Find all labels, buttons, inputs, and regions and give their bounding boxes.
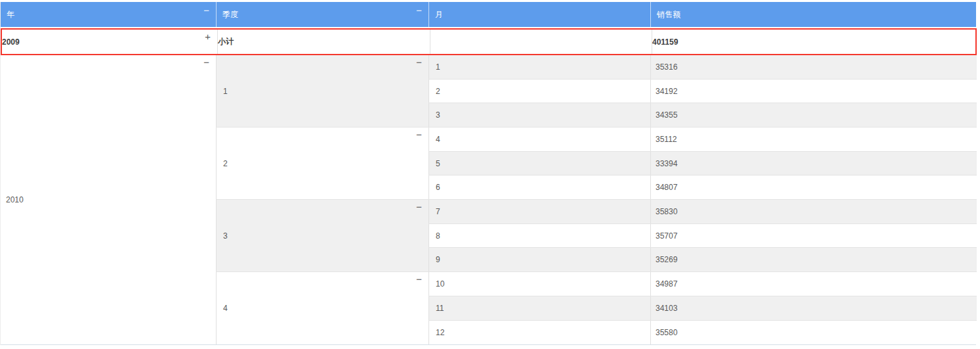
expand-icon-2009[interactable]: +: [205, 32, 211, 41]
collapse-icon-year-header[interactable]: −: [203, 6, 209, 15]
month-rows-q2: 4 35112 5 33394 6 34807: [428, 128, 977, 199]
year-2010-label: 2010: [6, 195, 24, 204]
pivot-table: 年 − 季度 − 月 销售额 2009 + 小计 401159: [0, 2, 976, 345]
quarter-3-label: 3: [223, 231, 228, 241]
month-cell: 3: [428, 103, 650, 127]
quarter-cell-3[interactable]: 3 −: [216, 200, 428, 271]
collapse-icon-2010[interactable]: −: [203, 58, 209, 67]
table-row-month-1[interactable]: 1 35316: [428, 55, 977, 80]
table-row-month-8[interactable]: 8 35707: [428, 224, 977, 248]
header-year-label: 年: [7, 9, 14, 20]
month-cell: 7: [428, 200, 650, 223]
quarter-cell-4[interactable]: 4 −: [216, 272, 428, 344]
month-cell: 5: [428, 152, 650, 175]
year-group-2010: 2010 − 1 − 1 35316 2: [1, 55, 976, 345]
month-rows-q3: 7 35830 8 35707 9 35269: [428, 200, 977, 271]
month-cell: 4: [428, 128, 650, 151]
subtotal-label-cell: 小计: [217, 30, 430, 54]
pivot-report-page: 年 − 季度 − 月 销售额 2009 + 小计 401159: [0, 0, 980, 345]
sales-cell: 35316: [650, 55, 977, 79]
quarter-group-4: 4 − 10 34987 11 34103 12: [216, 272, 977, 344]
quarter-cell-1[interactable]: 1 −: [216, 55, 428, 127]
sales-cell: 33394: [650, 152, 977, 175]
sales-cell: 34355: [650, 103, 977, 127]
header-sales-label: 销售额: [657, 9, 681, 20]
month-cell: 6: [428, 175, 650, 199]
table-row-month-12[interactable]: 12 35580: [428, 321, 977, 344]
quarter-group-1: 1 − 1 35316 2 34192 3: [216, 55, 977, 128]
table-row-month-5[interactable]: 5 33394: [428, 152, 977, 176]
month-rows-q4: 10 34987 11 34103 12 35580: [428, 272, 977, 344]
collapse-icon-quarter-header[interactable]: −: [416, 6, 422, 15]
sales-cell: 35269: [650, 248, 977, 271]
sales-cell: 34987: [650, 272, 977, 296]
month-cell: 10: [428, 272, 650, 296]
quarter-cell-2[interactable]: 2 −: [216, 128, 428, 199]
table-row-month-2[interactable]: 2 34192: [428, 80, 977, 104]
sales-cell: 34103: [650, 296, 977, 320]
quarter-1-label: 1: [223, 87, 228, 96]
quarter-group-3: 3 − 7 35830 8 35707 9: [216, 200, 977, 272]
sales-cell: 35707: [650, 224, 977, 248]
table-row-month-11[interactable]: 11 34103: [428, 296, 977, 321]
quarter-4-label: 4: [223, 304, 228, 313]
sales-cell: 34192: [650, 80, 977, 103]
collapse-icon-quarter-1[interactable]: −: [416, 58, 422, 67]
header-cell-quarter[interactable]: 季度 −: [216, 2, 428, 27]
header-quarter-label: 季度: [222, 9, 238, 20]
table-row-month-10[interactable]: 10 34987: [428, 272, 977, 296]
table-header-row: 年 − 季度 − 月 销售额: [1, 2, 976, 27]
table-row-month-4[interactable]: 4 35112: [428, 128, 977, 152]
month-cell: 1: [428, 55, 650, 79]
month-cell: 2: [428, 80, 650, 103]
quarter-groups: 1 − 1 35316 2 34192 3: [216, 55, 977, 344]
collapse-icon-quarter-4[interactable]: −: [416, 275, 422, 284]
table-row-month-9[interactable]: 9 35269: [428, 248, 977, 271]
table-row-month-6[interactable]: 6 34807: [428, 175, 977, 199]
table-row-month-7[interactable]: 7 35830: [428, 200, 977, 224]
sales-cell: 34807: [650, 175, 977, 199]
sales-cell: 35580: [650, 321, 977, 344]
collapse-icon-quarter-2[interactable]: −: [416, 130, 422, 139]
header-cell-month[interactable]: 月: [428, 2, 650, 27]
header-cell-sales[interactable]: 销售额: [650, 2, 977, 27]
year-cell-2009[interactable]: 2009 +: [2, 30, 217, 54]
quarter-2-label: 2: [223, 159, 228, 168]
year-cell-2010[interactable]: 2010 −: [1, 55, 216, 344]
header-month-label: 月: [435, 9, 443, 20]
subtotal-sales-value: 401159: [652, 30, 978, 54]
year-2009-label: 2009: [2, 37, 20, 47]
table-row-month-3[interactable]: 3 34355: [428, 103, 977, 127]
selected-subtotal-row-2009[interactable]: 2009 + 小计 401159: [1, 28, 977, 55]
month-cell: 12: [428, 321, 650, 344]
month-cell: 11: [428, 296, 650, 320]
month-cell: 9: [428, 248, 650, 271]
subtotal-month-cell: [430, 30, 652, 54]
month-cell: 8: [428, 224, 650, 248]
quarter-group-2: 2 − 4 35112 5 33394 6: [216, 128, 977, 200]
sales-cell: 35112: [650, 128, 977, 151]
header-cell-year[interactable]: 年 −: [1, 2, 216, 27]
collapse-icon-quarter-3[interactable]: −: [416, 202, 422, 212]
month-rows-q1: 1 35316 2 34192 3 34355: [428, 55, 977, 127]
sales-cell: 35830: [650, 200, 977, 223]
